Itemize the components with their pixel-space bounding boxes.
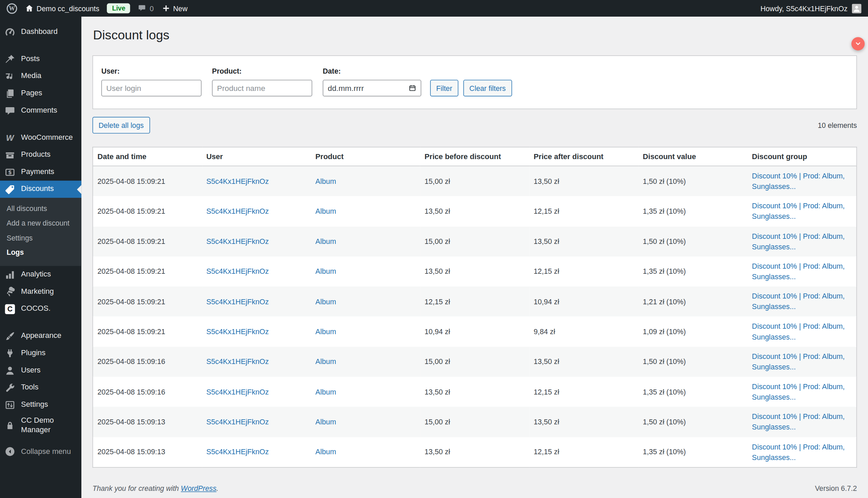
- cell-price-before: 15,00 zł: [420, 226, 529, 257]
- discount-group-link[interactable]: Discount 10% | Prod: Album, Sunglasses..…: [752, 412, 845, 432]
- product-link[interactable]: Album: [315, 448, 336, 456]
- cell-user: S5c4Kx1HEjFknOz: [202, 347, 311, 377]
- discount-group-link[interactable]: Discount 10% | Prod: Album, Sunglasses..…: [752, 382, 845, 401]
- table-row: 2025-04-08 15:09:16 S5c4Kx1HEjFknOz Albu…: [93, 377, 857, 407]
- product-link[interactable]: Album: [315, 237, 336, 245]
- product-link[interactable]: Album: [315, 298, 336, 306]
- discount-group-link[interactable]: Discount 10% | Prod: Album, Sunglasses..…: [752, 172, 845, 191]
- sidebar-item-cocos[interactable]: C COCOS.: [0, 300, 81, 317]
- wordpress-logo-icon[interactable]: W: [7, 3, 17, 14]
- sidebar-item-dashboard[interactable]: Dashboard: [0, 23, 81, 41]
- sidebar-item-appearance[interactable]: Appearance: [0, 327, 81, 345]
- sidebar-item-marketing[interactable]: Marketing: [0, 283, 81, 301]
- header-discount-group[interactable]: Discount group: [748, 147, 857, 166]
- cell-discount-group: Discount 10% | Prod: Album, Sunglasses..…: [748, 316, 857, 347]
- cell-price-after: 10,94 zł: [529, 287, 639, 317]
- user-link[interactable]: S5c4Kx1HEjFknOz: [206, 357, 269, 366]
- sidebar-item-analytics[interactable]: Analytics: [0, 266, 81, 283]
- user-link[interactable]: S5c4Kx1HEjFknOz: [206, 418, 269, 426]
- site-name-menu[interactable]: Demo cc_discounts: [25, 4, 99, 13]
- cell-product: Album: [311, 316, 420, 347]
- header-user[interactable]: User: [202, 147, 311, 166]
- header-product[interactable]: Product: [311, 147, 420, 166]
- sidebar-item-cc-demo-manager[interactable]: CC Demo Manager: [0, 413, 81, 437]
- header-date-time[interactable]: Date and time: [93, 147, 202, 166]
- user-link[interactable]: S5c4Kx1HEjFknOz: [206, 237, 269, 245]
- cell-price-before: 10,94 zł: [420, 316, 529, 347]
- cell-discount-group: Discount 10% | Prod: Album, Sunglasses..…: [748, 196, 857, 227]
- date-filter-input[interactable]: dd.mm.rrrr: [323, 80, 421, 96]
- product-link[interactable]: Album: [315, 267, 336, 275]
- user-link[interactable]: S5c4Kx1HEjFknOz: [206, 298, 269, 306]
- comments-menu[interactable]: 0: [138, 4, 153, 13]
- user-link[interactable]: S5c4Kx1HEjFknOz: [206, 267, 269, 275]
- cell-price-before: 15,00 zł: [420, 166, 529, 196]
- discount-group-link[interactable]: Discount 10% | Prod: Album, Sunglasses..…: [752, 442, 845, 461]
- calendar-icon[interactable]: [408, 84, 416, 92]
- product-link[interactable]: Album: [315, 207, 336, 215]
- sidebar-item-label: Marketing: [21, 287, 54, 297]
- submenu-item-settings[interactable]: Settings: [0, 231, 81, 245]
- submenu-item-logs[interactable]: Logs: [0, 245, 81, 260]
- discount-group-link[interactable]: Discount 10% | Prod: Album, Sunglasses..…: [752, 322, 845, 341]
- sidebar-item-products[interactable]: Products: [0, 146, 81, 163]
- product-link[interactable]: Album: [315, 357, 336, 366]
- product-link[interactable]: Album: [315, 327, 336, 336]
- user-link[interactable]: S5c4Kx1HEjFknOz: [206, 388, 269, 396]
- new-menu[interactable]: New: [161, 4, 187, 13]
- cell-price-before: 12,15 zł: [420, 287, 529, 317]
- submenu-item-all-discounts[interactable]: All discounts: [0, 202, 81, 217]
- product-link[interactable]: Album: [315, 388, 336, 396]
- collapse-arrow-icon: [4, 446, 16, 457]
- user-link[interactable]: S5c4Kx1HEjFknOz: [206, 448, 269, 456]
- user-link[interactable]: S5c4Kx1HEjFknOz: [206, 207, 269, 215]
- header-discount-value[interactable]: Discount value: [639, 147, 748, 166]
- sidebar-item-comments[interactable]: Comments: [0, 102, 81, 119]
- sidebar-item-payments[interactable]: $ Payments: [0, 163, 81, 181]
- discount-group-link[interactable]: Discount 10% | Prod: Album, Sunglasses..…: [752, 292, 845, 311]
- howdy-text[interactable]: Howdy, S5c4Kx1HEjFknOz: [761, 4, 847, 12]
- cell-price-after: 9,84 zł: [529, 316, 639, 347]
- chevron-down-icon: [854, 40, 862, 48]
- product-link[interactable]: Album: [315, 418, 336, 426]
- avatar[interactable]: [852, 4, 862, 13]
- discount-group-link[interactable]: Discount 10% | Prod: Album, Sunglasses..…: [752, 202, 845, 221]
- sidebar-collapse-menu[interactable]: Collapse menu: [0, 443, 81, 460]
- table-row: 2025-04-08 15:09:13 S5c4Kx1HEjFknOz Albu…: [93, 437, 857, 467]
- discount-group-link[interactable]: Discount 10% | Prod: Album, Sunglasses..…: [752, 352, 845, 371]
- sidebar-item-media[interactable]: Media: [0, 67, 81, 85]
- sidebar-item-settings[interactable]: Settings: [0, 396, 81, 414]
- header-price-before[interactable]: Price before discount: [420, 147, 529, 166]
- discounts-submenu: All discounts Add a new discount Setting…: [0, 198, 81, 266]
- sidebar-item-woocommerce[interactable]: W WooCommerce: [0, 129, 81, 146]
- clear-filters-button[interactable]: Clear filters: [463, 80, 512, 96]
- sidebar-item-users[interactable]: Users: [0, 362, 81, 379]
- user-filter-label: User:: [101, 67, 202, 75]
- sliders-icon: [4, 399, 16, 410]
- delete-all-logs-button[interactable]: Delete all logs: [93, 117, 150, 134]
- sidebar-item-discounts[interactable]: Discounts: [0, 181, 81, 198]
- scroll-top-button[interactable]: [851, 37, 865, 50]
- user-link[interactable]: S5c4Kx1HEjFknOz: [206, 177, 269, 185]
- product-link[interactable]: Album: [315, 177, 336, 185]
- table-header-row: Date and time User Product Price before …: [93, 147, 857, 166]
- user-link[interactable]: S5c4Kx1HEjFknOz: [206, 327, 269, 336]
- cell-price-after: 13,50 zł: [529, 226, 639, 257]
- discount-group-link[interactable]: Discount 10% | Prod: Album, Sunglasses..…: [752, 262, 845, 281]
- submenu-item-add-discount[interactable]: Add a new discount: [0, 216, 81, 231]
- sidebar-item-plugins[interactable]: Plugins: [0, 345, 81, 362]
- filter-button[interactable]: Filter: [430, 80, 458, 96]
- sidebar-item-tools[interactable]: Tools: [0, 379, 81, 396]
- product-filter-input[interactable]: [212, 80, 312, 96]
- page-title: Discount logs: [93, 17, 857, 43]
- header-price-after[interactable]: Price after discount: [529, 147, 639, 166]
- tag-icon: [4, 184, 16, 195]
- cell-product: Album: [311, 437, 420, 467]
- cell-discount-value: 1,50 zł (10%): [639, 407, 748, 437]
- sidebar-item-pages[interactable]: Pages: [0, 85, 81, 102]
- sidebar-item-label: COCOS.: [21, 304, 51, 314]
- user-filter-input[interactable]: [101, 80, 202, 96]
- sidebar-item-posts[interactable]: Posts: [0, 51, 81, 68]
- wordpress-link[interactable]: WordPress: [181, 484, 217, 492]
- discount-group-link[interactable]: Discount 10% | Prod: Album, Sunglasses..…: [752, 232, 845, 251]
